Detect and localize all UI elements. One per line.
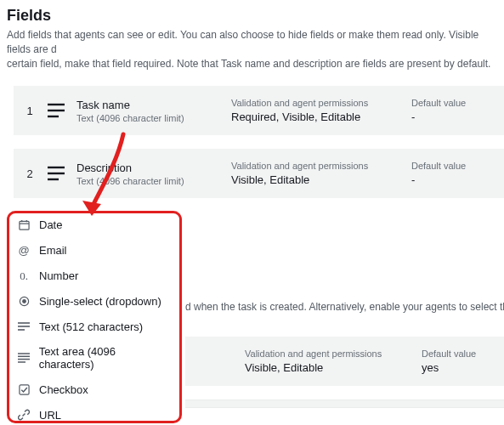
calendar-icon — [17, 218, 31, 231]
at-sign-icon: @ — [17, 243, 31, 257]
default-value: - — [411, 110, 479, 123]
number-icon: 0. — [17, 269, 31, 282]
field-index: 2 — [24, 167, 36, 180]
dropdown-item-label: Email — [39, 244, 67, 257]
radio-icon — [17, 294, 31, 308]
default-value: yes — [422, 361, 490, 374]
description-line-2: certain field, make that field required.… — [7, 58, 490, 70]
field-name: Task name — [76, 99, 221, 111]
partial-description-text: d when the task is created. Alternativel… — [185, 301, 504, 313]
default-label: Default value — [411, 161, 479, 171]
dropdown-item-date[interactable]: Date — [12, 212, 179, 237]
default-label: Default value — [411, 98, 479, 108]
validation-value: Visible, Editable — [231, 173, 401, 186]
field-row: 2 Description Text (4096 character limit… — [14, 149, 504, 198]
text-short-icon — [17, 320, 31, 333]
field-row: Validation and agent permissions Visible… — [185, 337, 504, 386]
dropdown-item-url[interactable]: URL — [12, 402, 179, 425]
svg-rect-6 — [19, 221, 28, 230]
field-name: Description — [76, 162, 221, 174]
validation-label: Validation and agent permissions — [231, 98, 401, 108]
field-row: 1 Task name Text (4096 character limit) … — [14, 86, 504, 135]
section-description: Add fields that agents can see or edit. … — [5, 28, 504, 71]
validation-label: Validation and agent permissions — [245, 348, 415, 359]
dropdown-item-label: Checkbox — [39, 383, 88, 396]
field-type-dropdown: Date @ Email 0. Number Single-select (dr… — [12, 211, 179, 425]
dropdown-item-text[interactable]: Text (512 characters) — [12, 314, 179, 339]
dropdown-item-label: URL — [39, 409, 61, 422]
dropdown-item-text-area[interactable]: Text area (4096 characters) — [12, 339, 179, 377]
validation-value: Visible, Editable — [245, 361, 415, 374]
link-icon — [17, 408, 31, 422]
dropdown-item-label: Single-select (dropdown) — [39, 295, 161, 308]
text-lines-icon — [46, 100, 66, 121]
section-title: Fields — [5, 7, 504, 25]
svg-rect-19 — [19, 384, 28, 394]
validation-label: Validation and agent permissions — [231, 161, 401, 171]
field-index: 1 — [24, 105, 36, 117]
dropdown-item-number[interactable]: 0. Number — [12, 263, 179, 288]
dropdown-item-checkbox[interactable]: Checkbox — [12, 377, 179, 402]
field-type: Text (4096 character limit) — [76, 113, 221, 123]
field-type: Text (4096 character limit) — [76, 176, 221, 186]
svg-point-11 — [22, 299, 26, 303]
section-divider — [185, 400, 504, 408]
validation-value: Required, Visible, Editable — [231, 110, 401, 123]
dropdown-item-label: Text area (4096 characters) — [39, 345, 171, 371]
description-line-1: Add fields that agents can see or edit. … — [7, 29, 479, 55]
dropdown-item-label: Text (512 characters) — [39, 320, 143, 333]
text-lines-icon — [46, 163, 66, 184]
dropdown-item-label: Number — [39, 269, 78, 282]
dropdown-item-single-select[interactable]: Single-select (dropdown) — [12, 288, 179, 314]
dropdown-item-email[interactable]: @ Email — [12, 237, 179, 263]
checkbox-icon — [17, 382, 31, 396]
text-long-icon — [17, 351, 31, 365]
default-value: - — [411, 173, 479, 186]
default-label: Default value — [422, 348, 490, 359]
dropdown-item-label: Date — [39, 218, 62, 231]
